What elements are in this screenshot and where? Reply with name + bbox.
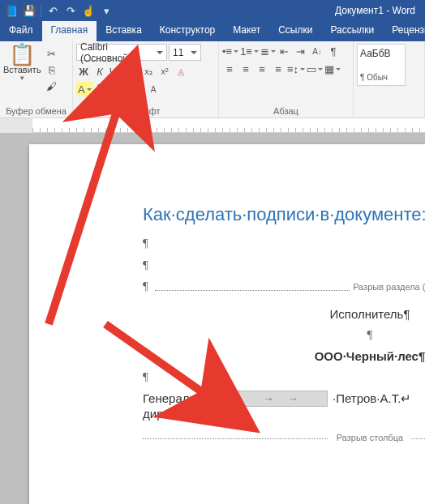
style-sample: АаБбВ bbox=[360, 48, 402, 59]
document-heading[interactable]: Как·сделать·подписи·в·документе:·М bbox=[143, 204, 425, 225]
subscript-button[interactable]: x₂ bbox=[141, 64, 156, 79]
cut-icon[interactable]: ✂ bbox=[45, 47, 59, 60]
align-center-button[interactable]: ≡ bbox=[238, 62, 253, 76]
pilcrow-icon: ¶ bbox=[367, 328, 373, 341]
group-label-font: Шрифт bbox=[76, 106, 215, 117]
group-label-styles bbox=[357, 116, 421, 117]
tab-layout[interactable]: Макет bbox=[224, 21, 269, 41]
show-marks-button[interactable]: ¶ bbox=[326, 44, 341, 58]
group-clipboard: 📋 Вставить ▼ ✂ ⎘ 🖌 Буфер обмена bbox=[0, 41, 73, 117]
signature-role-line1: Генеральный· bbox=[143, 391, 221, 405]
ribbon-tabs: Файл Главная Вставка Конструктор Макет С… bbox=[0, 21, 425, 41]
pilcrow-icon: ¶ bbox=[143, 280, 148, 293]
tab-file[interactable]: Файл bbox=[0, 21, 42, 41]
column-break: Разрыв столбца bbox=[143, 434, 425, 445]
font-color-button[interactable]: A bbox=[95, 82, 109, 96]
tab-design[interactable]: Конструктор bbox=[151, 21, 224, 41]
pilcrow-icon: ¶ bbox=[143, 370, 148, 383]
shrink-font-button[interactable]: A bbox=[146, 82, 161, 96]
font-size-combo[interactable]: 11 bbox=[169, 44, 201, 61]
tab-review[interactable]: Рецензир bbox=[383, 21, 425, 41]
document-body[interactable]: Как·сделать·подписи·в·документе:·М ¶ ¶ ¶… bbox=[143, 204, 425, 445]
customize-qat-icon[interactable]: ▾ bbox=[98, 2, 114, 19]
align-left-button[interactable]: ≡ bbox=[222, 62, 237, 76]
shading-button[interactable]: ▭ bbox=[307, 62, 323, 76]
bold-button[interactable]: Ж bbox=[76, 64, 91, 79]
titlebar: 📘 💾 ↶ ↷ ☝ ▾ Документ1 - Word bbox=[0, 0, 425, 21]
group-styles: АаБбВ ¶ Обыч bbox=[354, 41, 425, 117]
line-spacing-button[interactable]: ≡↕ bbox=[287, 62, 305, 76]
signature-tab-selection[interactable]: → → bbox=[238, 391, 328, 407]
column-break-label: Разрыв столбца bbox=[328, 433, 411, 442]
horizontal-ruler[interactable] bbox=[0, 118, 425, 133]
tab-references[interactable]: Ссылки bbox=[269, 21, 321, 41]
group-font: Calibri (Основной 11 Ж К Ч abc x₂ x² ◬ A… bbox=[73, 41, 219, 117]
touch-mode-icon[interactable]: ☝ bbox=[80, 2, 97, 19]
group-label-clipboard: Буфер обмена bbox=[3, 106, 69, 117]
signature-name: ·Петров·А.Т.↵ bbox=[328, 391, 411, 407]
paste-button[interactable]: 📋 Вставить ▼ bbox=[3, 44, 41, 92]
increase-indent-button[interactable]: ⇥ bbox=[294, 44, 308, 58]
superscript-button[interactable]: x² bbox=[157, 64, 172, 79]
decrease-indent-button[interactable]: ⇤ bbox=[277, 44, 292, 58]
justify-button[interactable]: ≡ bbox=[271, 62, 285, 76]
clear-formatting-icon[interactable]: ◬ bbox=[174, 64, 188, 79]
numbering-button[interactable]: 1≡ bbox=[240, 44, 259, 58]
redo-icon[interactable]: ↷ bbox=[62, 2, 79, 19]
section-break-label: Разрыв раздела (на т bbox=[353, 282, 425, 292]
highlight-color-button[interactable]: A bbox=[76, 82, 93, 96]
tab-mailings[interactable]: Рассылки bbox=[321, 21, 383, 41]
page[interactable]: Как·сделать·подписи·в·документе:·М ¶ ¶ ¶… bbox=[29, 144, 425, 504]
sort-button[interactable]: A↓ bbox=[310, 44, 324, 58]
company-line[interactable]: ООО·Черный·лес¶ bbox=[143, 348, 425, 365]
tab-home[interactable]: Главная bbox=[42, 21, 97, 41]
change-case-button[interactable]: Aa bbox=[111, 82, 128, 96]
tab-insert[interactable]: Вставка bbox=[97, 21, 151, 41]
group-paragraph: •≡ 1≡ ≣ ⇤ ⇥ A↓ ¶ ≡ ≡ ≡ ≡ ≡↕ ▭ ▦ Абзац bbox=[219, 41, 354, 117]
signature-row[interactable]: Генеральный· директор¶ → → ·Петров·А.Т.↵ bbox=[143, 391, 425, 422]
performer-line[interactable]: Исполнитель¶ bbox=[143, 306, 425, 322]
align-right-button[interactable]: ≡ bbox=[255, 62, 269, 76]
group-label-paragraph: Абзац bbox=[222, 106, 350, 117]
undo-icon[interactable]: ↶ bbox=[45, 2, 61, 19]
bullets-button[interactable]: •≡ bbox=[222, 44, 238, 58]
document-area: Как·сделать·подписи·в·документе:·М ¶ ¶ ¶… bbox=[0, 133, 425, 504]
multilevel-button[interactable]: ≣ bbox=[260, 44, 276, 58]
qat-separator bbox=[41, 4, 41, 17]
grow-font-button[interactable]: A bbox=[130, 82, 144, 96]
underline-button[interactable]: Ч bbox=[109, 64, 123, 79]
font-name-combo[interactable]: Calibri (Основной bbox=[76, 44, 167, 61]
strikethrough-button[interactable]: abc bbox=[125, 64, 140, 79]
paste-label: Вставить bbox=[3, 65, 41, 75]
pilcrow-icon: ¶ bbox=[143, 258, 148, 271]
pilcrow-icon: ¶ bbox=[143, 237, 148, 250]
style-name: ¶ Обыч bbox=[360, 73, 402, 82]
quick-access-toolbar: 📘 💾 ↶ ↷ ☝ ▾ bbox=[3, 2, 114, 19]
save-icon[interactable]: 💾 bbox=[21, 2, 37, 19]
word-app-icon[interactable]: 📘 bbox=[3, 2, 19, 19]
copy-icon[interactable]: ⎘ bbox=[45, 63, 59, 76]
signature-role-line2: директор¶ bbox=[143, 407, 201, 421]
format-painter-icon[interactable]: 🖌 bbox=[45, 79, 59, 92]
borders-button[interactable]: ▦ bbox=[324, 62, 341, 76]
italic-button[interactable]: К bbox=[92, 64, 107, 79]
window-title: Документ1 - Word bbox=[114, 5, 422, 16]
ribbon: 📋 Вставить ▼ ✂ ⎘ 🖌 Буфер обмена Calibri … bbox=[0, 41, 425, 118]
paste-icon: 📋 bbox=[3, 44, 41, 65]
style-normal[interactable]: АаБбВ ¶ Обыч bbox=[357, 44, 406, 86]
